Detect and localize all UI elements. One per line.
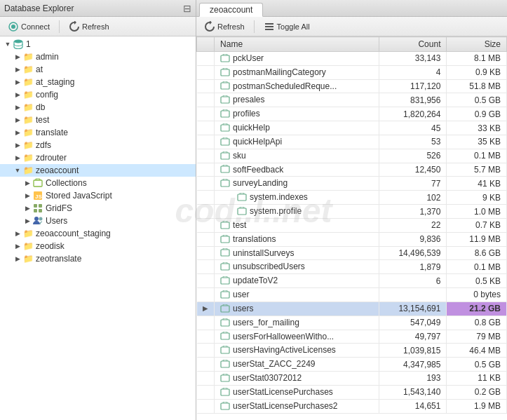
expand-icon-at[interactable]: ▶ xyxy=(13,65,22,74)
tree-item-zeodisk[interactable]: ▶ 📁 zeodisk xyxy=(0,240,196,252)
row-expand-1[interactable] xyxy=(197,65,215,79)
expand-icon-zeoaccount[interactable]: ▼ xyxy=(13,165,22,175)
table-row[interactable]: postmanScheduledReque...117,12051.8 MB xyxy=(197,79,507,93)
table-row[interactable]: softFeedback12,4505.7 MB xyxy=(197,163,507,177)
expand-icon-zdrouter[interactable]: ▶ xyxy=(13,153,22,163)
table-row[interactable]: translations9,83611.9 MB xyxy=(197,232,507,246)
expand-icon-db[interactable]: ▶ xyxy=(13,102,22,112)
expand-icon-zeoaccount-staging[interactable]: ▶ xyxy=(13,229,22,238)
tree-item-at-staging[interactable]: ▶ 📁 at_staging xyxy=(0,76,196,88)
row-expand-18[interactable]: ▶ xyxy=(197,302,215,316)
row-expand-16[interactable] xyxy=(197,274,215,288)
pin-icon[interactable]: ⊟ xyxy=(183,3,191,14)
col-count-header[interactable]: Count xyxy=(379,37,447,52)
row-expand-13[interactable] xyxy=(197,232,215,246)
table-row[interactable]: profiles1,820,2640.9 GB xyxy=(197,107,507,121)
row-expand-20[interactable] xyxy=(197,330,215,344)
table-row[interactable]: quickHelpApi5335 KB xyxy=(197,135,507,149)
tree-item-translate[interactable]: ▶ 📁 translate xyxy=(0,126,196,139)
table-row[interactable]: user0 bytes xyxy=(197,288,507,302)
tab-zeoaccount[interactable]: zeoaccount xyxy=(199,3,263,17)
row-expand-2[interactable] xyxy=(197,79,215,93)
expand-icon-collections[interactable]: ▶ xyxy=(22,178,32,188)
expand-icon-zdfs[interactable]: ▶ xyxy=(13,140,22,150)
table-row[interactable]: system.profile1,3701.0 MB xyxy=(197,205,507,219)
table-row[interactable]: usersHavingActiveLicenses1,039,81546.4 M… xyxy=(197,344,507,358)
row-expand-7[interactable] xyxy=(197,149,215,163)
tree-item-gridfs[interactable]: ▶ GridFS xyxy=(0,202,196,215)
row-expand-17[interactable] xyxy=(197,288,215,302)
table-row[interactable]: unsubscribedUsers1,8790.1 MB xyxy=(197,260,507,274)
row-expand-22[interactable] xyxy=(197,358,215,372)
tree-item-users-node[interactable]: ▶ Users xyxy=(0,215,196,227)
row-expand-19[interactable] xyxy=(197,316,215,330)
cell-name-11: system.profile xyxy=(215,205,379,219)
row-expand-9[interactable] xyxy=(197,177,215,191)
refresh-button-left[interactable]: Refresh xyxy=(65,19,113,34)
refresh-button-right[interactable]: Refresh xyxy=(201,19,248,34)
row-expand-15[interactable] xyxy=(197,260,215,274)
row-expand-24[interactable] xyxy=(197,385,215,399)
tree-item-zeotranslate[interactable]: ▶ 📁 zeotranslate xyxy=(0,252,196,265)
table-row[interactable]: usersForHalloweenWitho...49,79779 MB xyxy=(197,330,507,344)
table-row[interactable]: userStat0307201219311 KB xyxy=(197,372,507,386)
table-row[interactable]: presales831,9560.5 GB xyxy=(197,93,507,107)
tree-item-collections[interactable]: ▶ Collections xyxy=(0,177,196,189)
table-row[interactable]: users_for_mailing547,0490.8 GB xyxy=(197,316,507,330)
connect-button[interactable]: Connect xyxy=(4,19,53,34)
table-row[interactable]: postmanMailingCategory40.9 KB xyxy=(197,65,507,79)
col-name-header[interactable]: Name xyxy=(215,37,379,52)
table-row[interactable]: userStatLicensePurchases214,6511.9 MB xyxy=(197,399,507,413)
expand-icon-test[interactable]: ▶ xyxy=(13,115,22,125)
expand-icon-users-node[interactable]: ▶ xyxy=(22,216,32,226)
expand-icon-at-staging[interactable]: ▶ xyxy=(13,77,22,87)
expand-icon-zeodisk[interactable]: ▶ xyxy=(13,241,22,251)
col-size-header[interactable]: Size xyxy=(447,37,507,52)
tree-item-zeoaccount[interactable]: ▼ 📁 zeoaccount xyxy=(0,164,196,177)
svg-rect-15 xyxy=(221,55,229,62)
expand-icon-zeotranslate[interactable]: ▶ xyxy=(13,254,22,264)
row-expand-25[interactable] xyxy=(197,399,215,413)
expand-icon-translate[interactable]: ▶ xyxy=(13,128,22,137)
table-row[interactable]: userStatLicensePurchases1,543,1400.2 GB xyxy=(197,385,507,399)
expand-icon-root[interactable]: ▼ xyxy=(3,39,13,49)
expand-icon-stored-js[interactable]: ▶ xyxy=(22,191,32,201)
row-expand-5[interactable] xyxy=(197,121,215,135)
table-row[interactable]: uninstallSurveys14,496,5398.6 GB xyxy=(197,246,507,260)
table-row[interactable]: test220.7 KB xyxy=(197,218,507,232)
tree-item-db[interactable]: ▶ 📁 db xyxy=(0,101,196,114)
row-expand-21[interactable] xyxy=(197,344,215,358)
row-expand-3[interactable] xyxy=(197,93,215,107)
tree-item-config[interactable]: ▶ 📁 config xyxy=(0,88,196,101)
tree-item-stored-js[interactable]: ▶ JS Stored JavaScript xyxy=(0,189,196,202)
expand-icon-config[interactable]: ▶ xyxy=(13,90,22,100)
svg-rect-13 xyxy=(265,26,273,27)
tree-item-at[interactable]: ▶ 📁 at xyxy=(0,63,196,76)
row-expand-8[interactable] xyxy=(197,163,215,177)
table-row[interactable]: updateToV260.5 KB xyxy=(197,274,507,288)
row-expand-23[interactable] xyxy=(197,372,215,386)
table-row[interactable]: sku5260.1 MB xyxy=(197,149,507,163)
row-expand-12[interactable] xyxy=(197,218,215,232)
table-row[interactable]: system.indexes1029 KB xyxy=(197,191,507,205)
row-expand-10[interactable] xyxy=(197,191,215,205)
row-expand-6[interactable] xyxy=(197,135,215,149)
row-expand-0[interactable] xyxy=(197,52,215,66)
row-expand-11[interactable] xyxy=(197,205,215,219)
tree-item-root[interactable]: ▼ 1 xyxy=(0,38,196,50)
table-row[interactable]: surveyLanding7741 KB xyxy=(197,177,507,191)
expand-icon-admin[interactable]: ▶ xyxy=(13,52,22,62)
expand-icon-gridfs[interactable]: ▶ xyxy=(22,203,32,213)
tree-item-test[interactable]: ▶ 📁 test xyxy=(0,114,196,126)
table-row[interactable]: quickHelp4533 KB xyxy=(197,121,507,135)
tree-item-zdfs[interactable]: ▶ 📁 zdfs xyxy=(0,139,196,151)
row-expand-14[interactable] xyxy=(197,246,215,260)
table-row[interactable]: ▶users13,154,69121.2 GB xyxy=(197,302,507,316)
tree-item-zdrouter[interactable]: ▶ 📁 zdrouter xyxy=(0,151,196,164)
toggle-all-button[interactable]: Toggle All xyxy=(260,19,313,34)
row-expand-4[interactable] xyxy=(197,107,215,121)
table-row[interactable]: pckUser33,1438.1 MB xyxy=(197,52,507,66)
tree-item-zeoaccount-staging[interactable]: ▶ 📁 zeoaccount_staging xyxy=(0,227,196,240)
tree-item-admin[interactable]: ▶ 📁 admin xyxy=(0,50,196,63)
table-row[interactable]: userStat_ZACC_22494,347,9850.5 GB xyxy=(197,358,507,372)
